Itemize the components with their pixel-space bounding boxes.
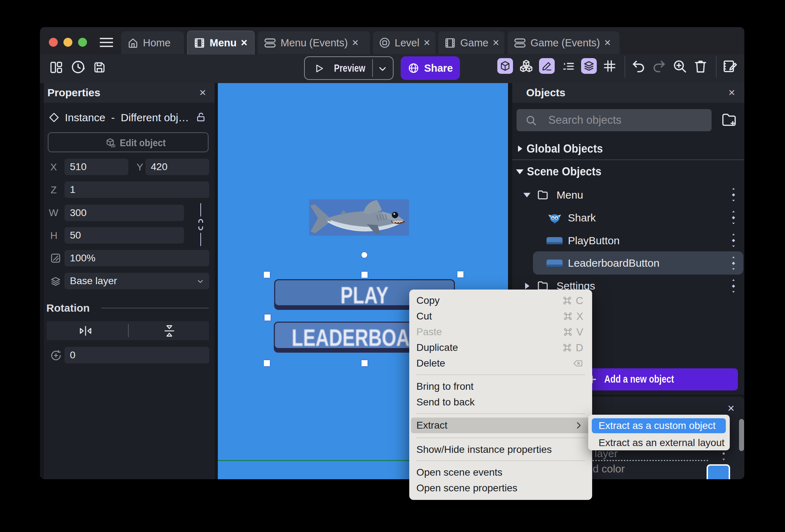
svg-text:2D: 2D xyxy=(111,144,116,148)
